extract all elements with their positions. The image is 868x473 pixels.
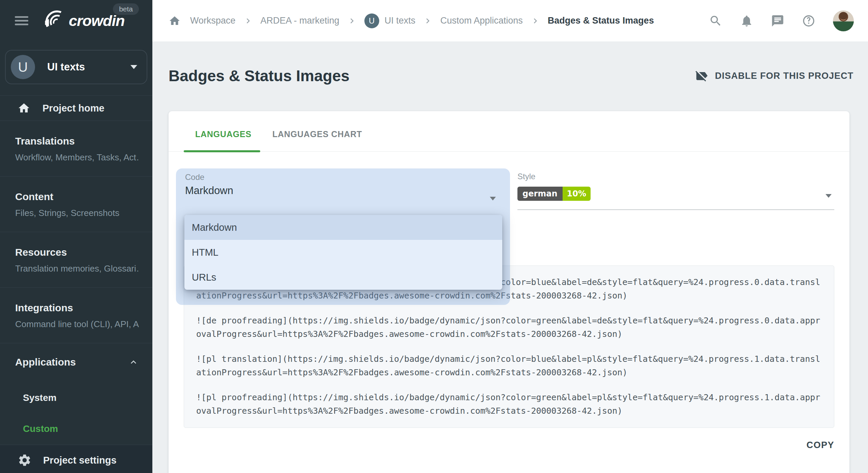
code-line: ![de proofreading](https://img.shields.i… [196,314,822,341]
disable-project-button[interactable]: DISABLE FOR THIS PROJECT [695,69,854,82]
label-off-icon [695,69,708,82]
code-line: ![pl proofreading](https://img.shields.i… [196,391,822,418]
sidebar-section-subtitle: Translation memories, Glossari… [15,263,139,274]
help-icon [802,14,815,28]
chevron-down-icon [490,197,496,200]
user-avatar[interactable] [833,10,854,31]
tabs: LANGUAGES LANGUAGES CHART [169,111,849,152]
gear-icon [18,453,32,467]
breadcrumb-item-custom-applications[interactable]: Custom Applications [440,15,523,26]
home-icon [18,102,30,115]
help-button[interactable] [802,14,815,28]
active-tab-indicator [184,150,260,152]
sidebar-section-title: Integrations [15,301,139,315]
top-bar: Workspace ARDEA - marketing U UI texts C… [152,0,868,41]
sidebar-section-subtitle: Workflow, Members, Tasks, Act… [15,152,139,163]
page-title: Badges & Status Images [169,67,350,85]
menu-item-html[interactable]: HTML [184,240,502,265]
project-avatar: U [364,13,379,28]
top-actions [709,10,854,31]
applications-header[interactable]: Applications [15,355,139,369]
chevron-right-icon [236,16,261,26]
breadcrumb-item-project-group[interactable]: ARDEA - marketing [261,15,339,26]
home-icon[interactable] [169,15,190,27]
chevron-right-icon [339,16,364,26]
sidebar-logo-row: crowdin beta [0,0,152,41]
badge-progress-value: 10% [563,187,591,201]
sidebar-item-system[interactable]: System [23,392,139,403]
app-window: crowdin beta U UI texts Project home Tra… [0,0,868,473]
tab-languages[interactable]: LANGUAGES [184,129,263,151]
tab-languages-chart[interactable]: LANGUAGES CHART [272,129,362,151]
code-line: ![pl translation](https://img.shields.io… [196,352,822,379]
sidebar-item-project-home[interactable]: Project home [0,96,152,121]
breadcrumb-item-current: Badges & Status Images [548,15,654,26]
code-select-value: Markdown [185,185,233,197]
sidebar-item-applications: Applications System Custom [0,343,152,445]
style-select[interactable]: Style german 10% [517,168,834,210]
chevron-down-icon [130,65,137,69]
sidebar-section-title: Translations [15,134,139,148]
code-select-menu: Markdown HTML URLs [184,215,502,290]
badge-language-label: german [517,187,563,201]
status-badge: german 10% [517,187,591,201]
chevron-up-icon [128,357,139,368]
page-header: Badges & Status Images DISABLE FOR THIS … [169,67,854,85]
chevron-right-icon [523,16,548,26]
crowdin-logo-icon [41,9,67,33]
style-select-label: Style [517,172,834,181]
sidebar-section-subtitle: Command line tool (CLI), API, A… [15,319,139,329]
menu-item-markdown[interactable]: Markdown [184,215,502,240]
code-select-label: Code [185,172,204,182]
sidebar-item-custom[interactable]: Custom [23,423,139,434]
menu-icon[interactable] [15,16,28,25]
disable-button-label: DISABLE FOR THIS PROJECT [715,71,854,81]
crowdin-logo[interactable]: crowdin [41,9,125,33]
logo-wordmark: crowdin [69,12,125,30]
sidebar: crowdin beta U UI texts Project home Tra… [0,0,152,473]
chevron-right-icon [415,16,440,26]
copy-button[interactable]: COPY [806,440,834,450]
sidebar-section-subtitle: Files, Strings, Screenshots [15,208,139,218]
breadcrumb: Workspace ARDEA - marketing U UI texts C… [169,13,654,28]
sidebar-section-title: Resources [15,246,139,259]
project-avatar: U [11,55,35,79]
sidebar-item-integrations[interactable]: Integrations Command line tool (CLI), AP… [0,288,152,343]
sidebar-item-label: Project home [42,103,104,114]
beta-badge: beta [113,3,139,15]
search-icon [709,14,722,28]
project-selector[interactable]: U UI texts [5,50,147,84]
breadcrumb-item-workspace[interactable]: Workspace [190,15,236,26]
notifications-button[interactable] [740,14,753,28]
chat-icon [771,14,784,28]
main-content: Badges & Status Images DISABLE FOR THIS … [152,41,868,473]
sidebar-item-content[interactable]: Content Files, Strings, Screenshots [0,177,152,232]
messages-button[interactable] [771,14,784,28]
sidebar-item-label: Project settings [43,455,117,466]
sidebar-item-project-settings[interactable]: Project settings [0,445,152,473]
breadcrumb-item-project[interactable]: U UI texts [364,13,416,28]
copy-row: COPY [184,440,834,450]
bell-icon [740,14,753,28]
code-select-open[interactable]: Code Markdown Markdown HTML URLs [176,168,510,305]
sidebar-section-title: Content [15,190,139,203]
badges-card: LANGUAGES LANGUAGES CHART Style german 1… [169,111,849,473]
sidebar-item-translations[interactable]: Translations Workflow, Members, Tasks, A… [0,121,152,176]
sidebar-section-title: Applications [15,355,76,369]
menu-item-urls[interactable]: URLs [184,265,502,290]
chevron-down-icon [826,194,832,198]
search-button[interactable] [709,14,722,28]
sidebar-item-resources[interactable]: Resources Translation memories, Glossari… [0,232,152,287]
project-name: UI texts [47,61,118,73]
breadcrumb-item-label: UI texts [385,15,416,26]
